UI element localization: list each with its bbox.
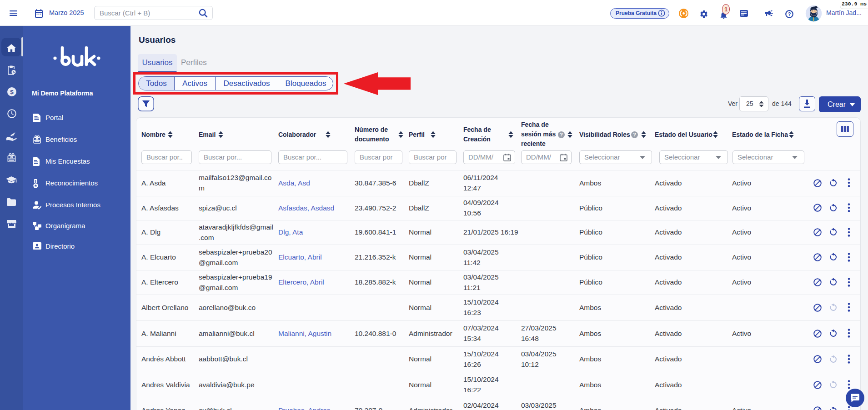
svg-text:$: $ (10, 89, 14, 95)
svg-text:?: ? (788, 11, 791, 17)
